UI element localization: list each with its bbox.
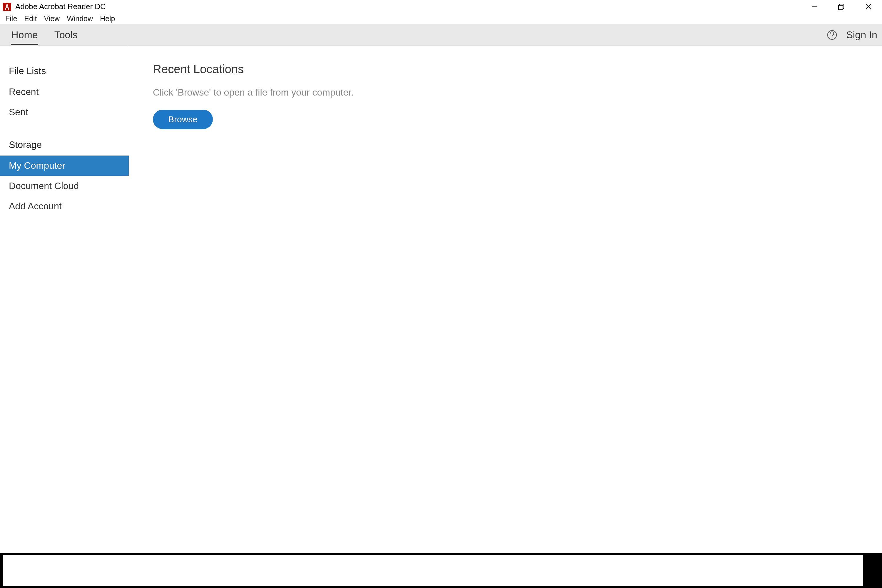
minimize-button[interactable] (801, 0, 828, 13)
sidebar-item-document-cloud[interactable]: Document Cloud (0, 176, 129, 196)
content-subtext: Click 'Browse' to open a file from your … (153, 87, 858, 98)
signin-link[interactable]: Sign In (841, 24, 877, 45)
sidebar-header-storage: Storage (0, 134, 129, 156)
menu-window[interactable]: Window (63, 13, 96, 24)
menu-edit[interactable]: Edit (21, 13, 40, 24)
maximize-button[interactable] (828, 0, 855, 13)
menu-help[interactable]: Help (96, 13, 118, 24)
bottom-panel-side[interactable] (872, 553, 882, 588)
body: File Lists Recent Sent Storage My Comput… (0, 46, 882, 553)
menu-view[interactable]: View (40, 13, 63, 24)
menubar: File Edit View Window Help (0, 13, 882, 24)
close-button[interactable] (855, 0, 882, 13)
help-icon[interactable] (823, 24, 841, 45)
sidebar-item-sent[interactable]: Sent (0, 102, 129, 122)
titlebar: Adobe Acrobat Reader DC (0, 0, 882, 13)
svg-rect-2 (838, 5, 843, 10)
tab-tools[interactable]: Tools (46, 24, 86, 45)
toolbar: Home Tools Sign In (0, 24, 882, 46)
browse-button[interactable]: Browse (153, 110, 213, 129)
app-icon (3, 3, 11, 11)
sidebar-item-my-computer[interactable]: My Computer (0, 156, 129, 176)
sidebar-item-add-account[interactable]: Add Account (0, 196, 129, 216)
bottom-panel-main[interactable] (2, 554, 864, 587)
bottom-panel (0, 553, 882, 588)
content: Recent Locations Click 'Browse' to open … (129, 46, 882, 553)
sidebar: File Lists Recent Sent Storage My Comput… (0, 46, 129, 553)
sidebar-item-recent[interactable]: Recent (0, 82, 129, 102)
menu-file[interactable]: File (2, 13, 21, 24)
tab-home[interactable]: Home (3, 24, 46, 45)
svg-point-7 (832, 37, 832, 38)
app-title: Adobe Acrobat Reader DC (15, 2, 106, 11)
content-heading: Recent Locations (153, 63, 858, 76)
sidebar-header-file-lists: File Lists (0, 60, 129, 82)
